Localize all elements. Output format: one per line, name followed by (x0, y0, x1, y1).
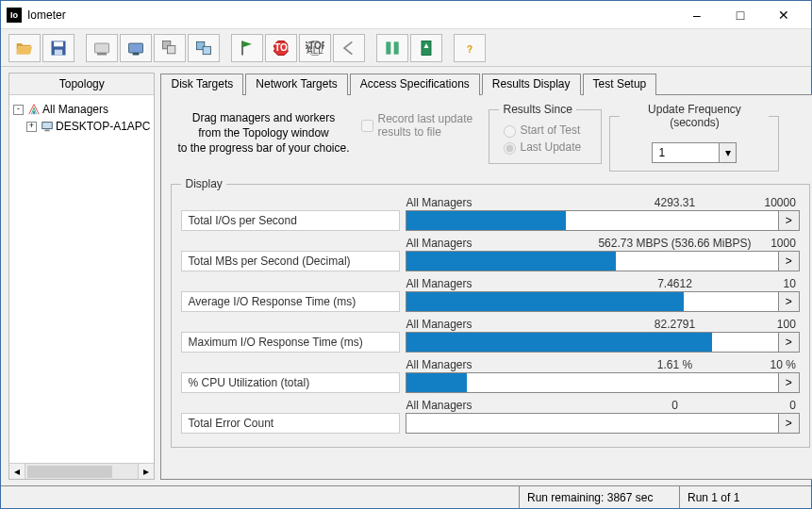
metric-label[interactable]: % CPU Utilization (total) (181, 372, 400, 393)
metric-label[interactable]: Total Error Count (181, 413, 400, 434)
svg-rect-5 (129, 43, 143, 53)
metric-value: 7.4612 (585, 277, 764, 290)
metric-value: 4293.31 (585, 196, 764, 209)
status-run: Run 1 of 1 (679, 486, 811, 508)
metric-row: Average I/O Response Time (ms)All Manage… (181, 277, 799, 312)
svg-rect-2 (55, 49, 62, 55)
results-since-group: Results Since Start of Test Last Update (489, 103, 602, 164)
metric-bar[interactable] (406, 210, 778, 231)
close-button[interactable]: ✕ (762, 2, 805, 28)
metric-label[interactable]: Maximum I/O Response Time (ms) (181, 332, 400, 353)
metric-max: 100 (764, 318, 799, 331)
new-worker-disk-icon[interactable] (86, 34, 118, 62)
metric-expand-button[interactable]: > (779, 251, 800, 271)
maximize-button[interactable]: □ (719, 2, 762, 28)
start-of-test-radio: Start of Test (499, 122, 591, 139)
tree-root-label: All Managers (42, 103, 108, 116)
metric-expand-button[interactable]: > (779, 291, 800, 312)
metric-row: Total I/Os per SecondAll Managers4293.31… (181, 196, 799, 231)
svg-rect-1 (54, 41, 63, 46)
svg-rect-4 (97, 53, 107, 56)
svg-rect-10 (203, 46, 210, 54)
metric-row: Maximum I/O Response Time (ms)All Manage… (181, 318, 799, 353)
computer-icon (41, 120, 54, 133)
tab-disk-targets[interactable]: Disk Targets (160, 74, 243, 95)
metric-bar[interactable] (406, 413, 778, 434)
metric-label[interactable]: Average I/O Response Time (ms) (181, 291, 400, 312)
svg-rect-8 (168, 45, 175, 53)
tree-child[interactable]: + DESKTOP-A1APC (13, 118, 150, 135)
managers-icon (27, 103, 41, 116)
new-worker-net-icon[interactable] (120, 34, 152, 62)
last-update-radio: Last Update (499, 139, 591, 156)
stop-all-icon[interactable]: STOPALL (299, 34, 331, 62)
tab-results-display[interactable]: Results Display (482, 74, 581, 95)
drag-hint: Drag managers and workers from the Topol… (169, 103, 357, 156)
update-frequency-combo[interactable]: 1 ▾ (652, 142, 737, 163)
metric-expand-button[interactable]: > (779, 210, 800, 231)
app-icon: Io (7, 8, 22, 23)
metric-row: Total Error CountAll Managers00> (181, 399, 799, 434)
metric-max: 10000 (764, 196, 799, 209)
flag-icon[interactable] (231, 34, 263, 62)
update-frequency-group: Update Frequency (seconds) 1 ▾ (609, 103, 779, 172)
metric-row: % CPU Utilization (total)All Managers1.6… (181, 358, 799, 393)
metric-label[interactable]: Total MBs per Second (Decimal) (181, 251, 400, 271)
app-window: Io Iometer – □ ✕ STOP STOPALL ? Topology (0, 0, 812, 509)
minimize-button[interactable]: – (675, 2, 719, 28)
metric-expand-button[interactable]: > (779, 332, 800, 353)
svg-rect-3 (95, 43, 109, 53)
tab-access-specifications[interactable]: Access Specifications (350, 74, 480, 95)
metric-scope: All Managers (406, 358, 585, 371)
record-checkbox: Record last update results to file (357, 103, 487, 139)
save-icon[interactable] (42, 34, 75, 62)
svg-rect-17 (394, 41, 399, 54)
meter-up-icon[interactable] (376, 34, 408, 62)
metric-row: Total MBs per Second (Decimal)All Manage… (181, 237, 799, 271)
status-remaining: Run remaining: 3867 sec (519, 486, 679, 508)
svg-rect-20 (42, 123, 53, 129)
statusbar: Run remaining: 3867 sec Run 1 of 1 (1, 485, 811, 508)
metric-bar[interactable] (406, 372, 778, 393)
svg-text:?: ? (467, 44, 472, 55)
metric-scope: All Managers (406, 318, 585, 331)
tabs: Disk TargetsNetwork TargetsAccess Specif… (160, 73, 812, 95)
expander-icon[interactable]: + (26, 122, 37, 132)
metric-scope: All Managers (406, 277, 585, 290)
stack-icon[interactable] (188, 34, 220, 62)
metric-bar[interactable] (406, 251, 778, 271)
svg-rect-16 (386, 41, 390, 54)
metric-value: 1.61 % (585, 358, 764, 371)
tab-network-targets[interactable]: Network Targets (245, 74, 347, 95)
chevron-down-icon[interactable]: ▾ (719, 143, 736, 162)
tree-root[interactable]: - All Managers (13, 101, 150, 118)
metric-scope: All Managers (406, 399, 585, 412)
metric-bar[interactable] (406, 332, 778, 353)
topology-title: Topology (9, 74, 154, 95)
scroll-left-icon[interactable]: ◂ (9, 464, 25, 479)
metric-max: 1000 (764, 237, 799, 250)
svg-rect-6 (133, 53, 140, 56)
topology-scrollbar[interactable]: ◂ ▸ (9, 463, 154, 479)
tree-child-label: DESKTOP-A1APC (56, 120, 150, 133)
results-display-tab: Drag managers and workers from the Topol… (160, 95, 812, 480)
meter-down-icon[interactable] (410, 34, 442, 62)
stop-icon[interactable]: STOP (265, 34, 297, 62)
metric-scope: All Managers (406, 196, 585, 209)
metric-expand-button[interactable]: > (779, 372, 800, 393)
metric-label[interactable]: Total I/Os per Second (181, 210, 400, 231)
scroll-right-icon[interactable]: ▸ (138, 464, 154, 479)
record-checkbox-input (361, 120, 373, 132)
metric-expand-button[interactable]: > (779, 413, 800, 434)
duplicate-worker-icon[interactable] (154, 34, 186, 62)
tab-test-setup[interactable]: Test Setup (583, 74, 657, 95)
help-icon[interactable]: ? (454, 34, 486, 62)
reset-icon[interactable] (333, 34, 365, 62)
metric-value: 82.2791 (585, 318, 764, 331)
topology-tree[interactable]: - All Managers + DESKTOP-A1APC (9, 95, 154, 463)
metric-max: 0 (764, 399, 799, 412)
expander-icon[interactable]: - (13, 105, 24, 115)
metric-value: 0 (585, 399, 764, 412)
metric-bar[interactable] (406, 291, 778, 312)
open-icon[interactable] (8, 34, 41, 62)
